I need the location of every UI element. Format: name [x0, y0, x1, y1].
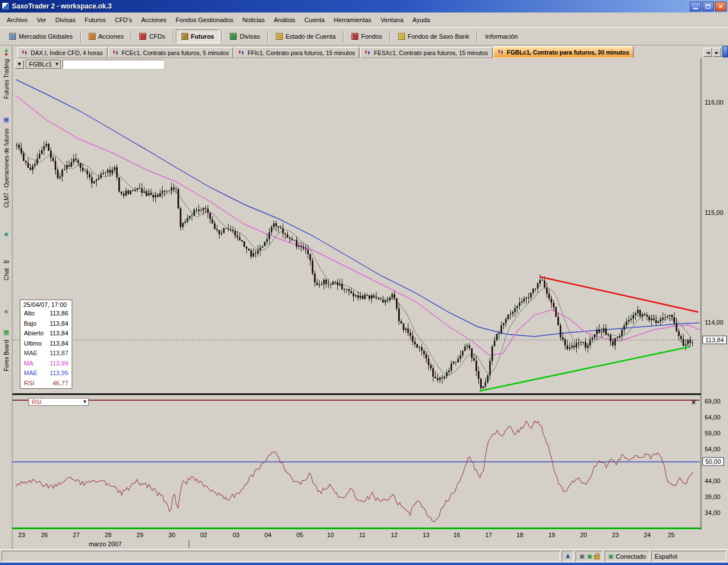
- price-axis-label: 115,00: [705, 209, 723, 216]
- date-label: 10: [327, 531, 334, 538]
- sidebar-item-forex-board[interactable]: Forex Board: [0, 340, 13, 377]
- menu-cfd-s[interactable]: CFD's: [110, 14, 136, 26]
- menu-noticias[interactable]: Noticias: [238, 14, 269, 26]
- tab-scroll-left-button[interactable]: ◄: [704, 48, 712, 57]
- minimize-button[interactable]: [690, 2, 701, 11]
- statusbar: ♟ ▣ ▣ ▣ Conectado Español: [0, 549, 728, 563]
- connection-label: Conectado: [616, 553, 646, 560]
- date-label: 29: [136, 531, 143, 538]
- updown-arrows-icon[interactable]: ▲▼: [0, 48, 13, 57]
- rsi-axis-label: 64,00: [705, 414, 721, 421]
- toolbar-estado-de-cuenta[interactable]: Estado de Cuenta: [270, 30, 341, 43]
- toolbar-label: Mercados Globales: [19, 33, 73, 40]
- date-label: 16: [453, 531, 460, 538]
- tab-fgblc1[interactable]: FGBLc1, Contrato para futuros, 30 minuto…: [493, 46, 634, 58]
- date-label: 05: [296, 531, 303, 538]
- window-icon[interactable]: ▣: [0, 117, 13, 122]
- menu-fondos-gestionados[interactable]: Fondos Gestionados: [171, 14, 238, 26]
- menu-herramientas[interactable]: Herramientas: [329, 14, 376, 26]
- titlebar[interactable]: SaxoTrader 2 - workspace.ok.3 ×: [0, 0, 728, 13]
- saxotrader-window: SaxoTrader 2 - workspace.ok.3 × ArchivoV…: [0, 0, 728, 565]
- menu-analisis[interactable]: Análisis: [269, 14, 300, 26]
- restore-button[interactable]: [702, 2, 714, 11]
- menu-cuenta[interactable]: Cuenta: [300, 14, 329, 26]
- tag-icon[interactable]: ◈: [0, 309, 13, 314]
- rsi-indicator-combo[interactable]: RSI ▼: [28, 398, 89, 406]
- month-row: marzo 2007: [13, 540, 701, 549]
- menubar: ArchivoVerDivisasFuturosCFD'sAccionesFon…: [0, 13, 728, 27]
- tab-fesxc1[interactable]: FESXc1, Contrato para futuros, 15 minuto…: [360, 47, 493, 58]
- menu-acciones[interactable]: Acciones: [136, 14, 171, 26]
- tab-dax-i[interactable]: DAX.I, Índice CFD, 4 horas: [17, 47, 107, 58]
- menu-archivo[interactable]: Archivo: [2, 14, 32, 26]
- chart-text-input[interactable]: [63, 60, 164, 69]
- sidebar-item-futures-trading[interactable]: Futures Trading: [0, 59, 13, 103]
- candlestick-icon: [22, 49, 28, 56]
- price-chart[interactable]: [13, 58, 701, 394]
- toolbar-fondos[interactable]: Fondos: [346, 30, 388, 43]
- month-label: marzo 2007: [89, 541, 122, 547]
- chat-icon[interactable]: aa: [0, 259, 13, 264]
- menu-ver[interactable]: Ver: [32, 14, 51, 26]
- sidebar-item-clm7-operaciones-de-futuros[interactable]: CLM7 - Operaciones de futuros: [0, 128, 13, 222]
- language-selector[interactable]: Español: [651, 551, 726, 562]
- menu-futuros[interactable]: Futuros: [80, 14, 110, 26]
- rsi-axis-label: 39,00: [705, 493, 721, 500]
- toolbar-label: Fondos de Saxo Bank: [408, 33, 469, 40]
- toolbar-futuros[interactable]: Futuros: [176, 30, 220, 43]
- tab-label: FCEc1, Contrato para futuros, 5 minutos: [122, 49, 229, 56]
- rsi-chart[interactable]: [13, 397, 701, 527]
- chart-icon[interactable]: ◆: [0, 232, 13, 236]
- rsi-axis-label: 69,00: [705, 398, 721, 405]
- tab-fcec1[interactable]: FCEc1, Contrato para futuros, 5 minutos: [108, 47, 234, 58]
- sidebar-item-chat[interactable]: Chat: [0, 268, 13, 288]
- monitor-green-icon: ▣: [587, 554, 592, 559]
- toolbar-mercados-globales[interactable]: Mercados Globales: [3, 30, 78, 43]
- rsi-combo-value: RSI: [32, 399, 42, 405]
- date-label: 11: [359, 531, 365, 538]
- board-icon[interactable]: ▦: [0, 330, 13, 335]
- toolbar-fondos-de-saxo-bank[interactable]: Fondos de Saxo Bank: [392, 30, 475, 43]
- stocks-icon: [89, 33, 96, 40]
- toolbar-acciones[interactable]: Acciones: [83, 30, 130, 43]
- toolbar-separator: [390, 31, 391, 42]
- toolbar-informacion[interactable]: Información: [479, 30, 523, 43]
- rsi-line: [16, 421, 693, 522]
- bottom-separator: [13, 527, 701, 529]
- toolbar-label: Estado de Cuenta: [286, 33, 336, 40]
- resistance-trendline: [540, 277, 698, 312]
- tab-label: FFIc1, Contrato para futuros, 15 minutos: [247, 49, 355, 56]
- toolbar-label: Futuros: [191, 33, 214, 40]
- panel-divider[interactable]: [13, 393, 701, 395]
- saxo-funds-icon: [398, 33, 405, 40]
- futures-icon: [181, 33, 188, 40]
- date-label: 20: [580, 531, 587, 538]
- status-network-panel: ▣ ▣: [576, 551, 603, 562]
- month-divider: [189, 540, 189, 548]
- chevron-down-icon: ▼: [84, 400, 86, 404]
- toolbar-cfds[interactable]: CFDs: [134, 30, 171, 43]
- price-axis-label: 116,00: [705, 99, 723, 106]
- price-axis: 116,00115,00114,00113,8469,0064,0059,005…: [701, 58, 728, 530]
- rsi-axis-label: 59,00: [705, 430, 721, 437]
- infobox-value: 113,84: [49, 329, 68, 339]
- ma-medium-line: [16, 95, 700, 355]
- tab-scroll-right-button[interactable]: ►: [713, 48, 721, 57]
- close-button[interactable]: ×: [715, 2, 726, 11]
- support-trendline: [479, 347, 690, 391]
- funds-icon: [351, 33, 358, 40]
- chart-dropdown-button[interactable]: ▼: [15, 60, 24, 69]
- date-label: 27: [73, 531, 80, 538]
- close-indicator-button[interactable]: ×: [689, 398, 698, 406]
- language-label: Español: [655, 553, 677, 560]
- menu-ventana[interactable]: Ventana: [376, 14, 408, 26]
- toolbar-divisas[interactable]: Divisas: [224, 30, 265, 43]
- person-icon: ♟: [565, 553, 571, 559]
- toolbar-label: Divisas: [239, 33, 259, 40]
- toolbar-separator: [173, 31, 174, 42]
- menu-divisas[interactable]: Divisas: [51, 14, 80, 26]
- symbol-combo[interactable]: FGBLc1 ▼: [26, 60, 61, 69]
- connection-icon: ▣: [608, 554, 613, 559]
- menu-ayuda[interactable]: Ayuda: [408, 14, 435, 26]
- tab-ffic1[interactable]: FFIc1, Contrato para futuros, 15 minutos: [234, 47, 359, 58]
